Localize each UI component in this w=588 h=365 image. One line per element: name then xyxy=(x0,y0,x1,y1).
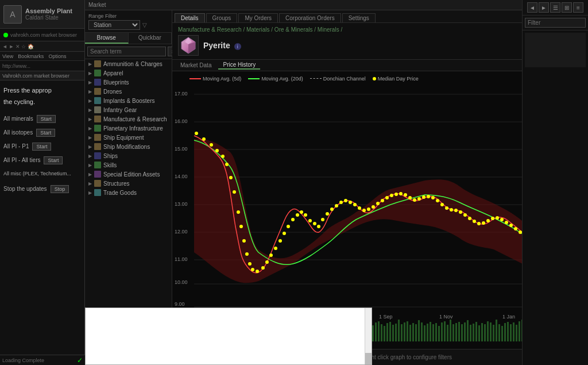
tab-corp-orders[interactable]: Corporation Orders xyxy=(279,13,341,22)
right-tool-list[interactable]: ≡ xyxy=(573,2,583,13)
right-tool-next[interactable]: ► xyxy=(539,2,549,13)
menu-options[interactable]: Options xyxy=(48,53,66,59)
svg-point-202 xyxy=(394,193,398,196)
pi-p1-start-button[interactable]: Start xyxy=(32,143,51,151)
category-item[interactable]: ▶ Skills xyxy=(85,160,172,170)
category-label: Ships xyxy=(103,153,118,159)
svg-point-225 xyxy=(500,218,504,221)
menu-bookmarks[interactable]: Bookmarks xyxy=(18,53,44,59)
range-filter-label: Range Filter xyxy=(88,13,117,19)
browse-tab[interactable]: Browse xyxy=(85,33,129,44)
category-item[interactable]: ▶ Blueprints xyxy=(85,78,172,87)
svg-rect-102 xyxy=(409,325,411,341)
svg-point-191 xyxy=(344,199,347,202)
svg-rect-140 xyxy=(519,321,520,341)
left-content: Press the approp the cycling. All minera… xyxy=(0,80,84,199)
loading-check-icon: ✓ xyxy=(77,356,83,364)
tab-details[interactable]: Details xyxy=(175,13,205,22)
category-label: Ammunition & Charges xyxy=(103,61,163,67)
svg-rect-133 xyxy=(498,324,500,341)
range-select[interactable]: Station xyxy=(88,20,140,30)
item-info-icon[interactable]: i xyxy=(234,43,241,50)
svg-text:16.00: 16.00 xyxy=(175,118,188,124)
category-item[interactable]: ▶ Infantry Gear xyxy=(85,105,172,114)
popup-scrollbar[interactable] xyxy=(365,308,372,364)
category-item[interactable]: ▶ Structures xyxy=(85,179,172,188)
legend-line-5d xyxy=(189,78,201,79)
svg-point-220 xyxy=(477,222,481,225)
svg-rect-101 xyxy=(407,321,408,341)
svg-point-176 xyxy=(278,239,282,243)
category-icon xyxy=(94,116,101,122)
svg-rect-124 xyxy=(473,324,474,341)
category-label: Apparel xyxy=(103,70,123,76)
chart-tab-price-history[interactable]: Price History xyxy=(218,61,260,70)
misc-label: All misc (PLEX, Technetium... xyxy=(3,169,71,178)
svg-point-213 xyxy=(445,206,448,210)
status-bar: vahrokh.com market browser xyxy=(0,29,84,41)
category-item[interactable]: ▶ Special Edition Assets xyxy=(85,170,172,179)
market-titlebar: Market xyxy=(85,0,587,10)
chart-tab-market-data[interactable]: Market Data xyxy=(176,62,216,69)
right-tool-menu[interactable]: ☰ xyxy=(550,2,560,13)
right-panel: ◄ ► ☰ ⊞ ≡ xyxy=(522,0,588,365)
category-arrow-icon: ▶ xyxy=(88,117,92,122)
legend-median: Median Day Price xyxy=(373,76,419,82)
category-item[interactable]: ▶ Ships xyxy=(85,151,172,160)
category-item[interactable]: ▶ Trade Goods xyxy=(85,188,172,197)
category-icon xyxy=(94,189,101,196)
svg-point-194 xyxy=(358,206,361,210)
category-arrow-icon: ▶ xyxy=(88,163,92,168)
character-name: Assembly Plant xyxy=(25,7,81,14)
category-icon xyxy=(94,162,101,168)
svg-point-200 xyxy=(385,196,389,199)
svg-rect-104 xyxy=(415,324,417,341)
minerals-start-button[interactable]: Start xyxy=(37,115,56,123)
svg-point-160 xyxy=(215,149,219,152)
svg-point-208 xyxy=(422,195,425,199)
category-item[interactable]: ▶ Apparel xyxy=(85,68,172,78)
category-item[interactable]: ▶ Ammunition & Charges xyxy=(85,59,172,68)
category-item[interactable]: ▶ Implants & Boosters xyxy=(85,96,172,105)
quickbar-tab[interactable]: Quickbar xyxy=(129,33,172,44)
category-item[interactable]: ▶ Ship Modifications xyxy=(85,142,172,151)
svg-point-192 xyxy=(349,201,352,204)
svg-rect-118 xyxy=(455,323,457,341)
stop-button[interactable]: Stop xyxy=(51,185,69,193)
tab-my-orders[interactable]: My Orders xyxy=(238,13,278,22)
isotopes-row: All isotopes Start xyxy=(3,128,81,138)
character-area: A Assembly Plant Caldari State xyxy=(0,0,84,29)
svg-text:15.00: 15.00 xyxy=(175,146,188,152)
category-item[interactable]: ▶ Ship Equipment xyxy=(85,133,172,142)
category-arrow-icon: ▶ xyxy=(88,107,92,113)
category-item[interactable]: ▶ Planetary Infrastructure xyxy=(85,124,172,133)
pi-all-start-button[interactable]: Start xyxy=(44,156,63,164)
filter-arrow-icon: ▽ xyxy=(142,22,147,28)
isotopes-start-button[interactable]: Start xyxy=(36,129,55,137)
tab-groups[interactable]: Groups xyxy=(206,13,238,22)
menu-view[interactable]: View xyxy=(2,53,13,59)
category-item[interactable]: ▶ Drones xyxy=(85,87,172,96)
filter-input[interactable] xyxy=(525,18,586,28)
minerals-label: All minerals xyxy=(3,114,33,124)
category-label: Planetary Infrastructure xyxy=(103,125,163,132)
tab-settings[interactable]: Settings xyxy=(342,13,376,22)
right-tool-prev[interactable]: ◄ xyxy=(527,2,537,13)
stop-row: Stop the updates Stop xyxy=(3,184,81,194)
loading-text: Loading Complete xyxy=(2,358,44,363)
search-input[interactable] xyxy=(87,47,166,56)
svg-rect-127 xyxy=(481,323,483,341)
right-tool-grid[interactable]: ⊞ xyxy=(562,2,572,13)
svg-point-216 xyxy=(459,210,462,214)
category-icon xyxy=(94,88,101,95)
item-name: Pyerite xyxy=(203,41,230,50)
svg-point-178 xyxy=(287,225,290,228)
category-item[interactable]: ▶ Manufacture & Research xyxy=(85,114,172,124)
svg-point-199 xyxy=(381,199,384,202)
category-icon xyxy=(94,180,101,187)
category-arrow-icon: ▶ xyxy=(88,153,92,159)
svg-point-186 xyxy=(321,218,324,221)
character-info: Assembly Plant Caldari State xyxy=(25,7,81,21)
svg-point-181 xyxy=(300,210,303,214)
category-icon xyxy=(94,125,101,132)
